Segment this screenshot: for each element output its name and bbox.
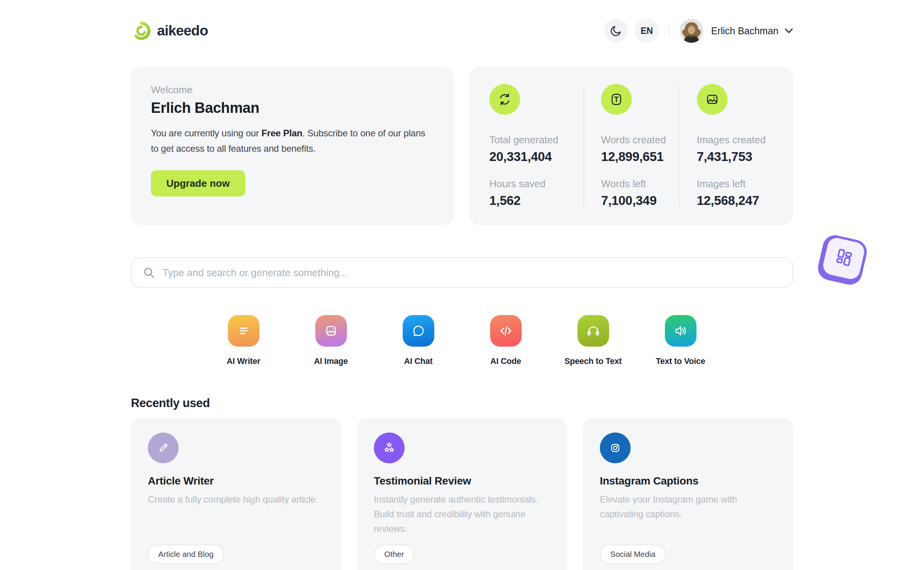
card-category-tag: Other	[374, 545, 414, 564]
search-icon	[142, 266, 156, 279]
tool-label: AI Writer	[227, 357, 260, 366]
main-content: aikeedo EN	[131, 0, 793, 570]
card-instagram-captions[interactable]: Instagram Captions Elevate your Instagra…	[583, 418, 793, 570]
tool-ai-writer[interactable]: AI Writer	[200, 315, 287, 366]
user-name: Erlich Bachman	[711, 25, 778, 37]
card-title: Instagram Captions	[600, 475, 776, 487]
stat-label: Images created	[697, 134, 775, 146]
stat-label: Total generated	[489, 134, 583, 146]
stat-label: Images left	[697, 178, 775, 190]
avatar[interactable]	[680, 19, 703, 43]
tool-ai-chat[interactable]: AI Chat	[375, 315, 462, 366]
card-description: Create a fully complete high quality art…	[148, 492, 324, 507]
grid-sticker-button[interactable]	[815, 233, 869, 287]
tool-ai-image[interactable]: AI Image	[287, 315, 375, 366]
stat-value: 7,431,753	[697, 149, 775, 164]
tool-speech-to-text[interactable]: Speech to Text	[549, 315, 637, 366]
tool-label: Speech to Text	[564, 357, 622, 366]
stat-label: Words created	[601, 134, 679, 146]
tool-label: Text to Voice	[656, 357, 705, 366]
logo-swirl-icon	[131, 20, 152, 41]
card-description: Instantly generate authentic testimonial…	[374, 492, 550, 536]
chat-icon	[403, 315, 434, 347]
logo[interactable]: aikeedo	[131, 20, 208, 41]
tool-label: AI Image	[314, 357, 348, 366]
speaker-icon	[665, 315, 696, 347]
stat-column-generated: Total generated 20,331,404 Hours saved 1…	[488, 84, 583, 208]
header-actions: EN Erlich Bachman	[604, 19, 793, 43]
stat-value: 7,100,349	[601, 193, 679, 208]
top-cards: Welcome Erlich Bachman You are currently…	[131, 67, 793, 225]
search-input[interactable]	[162, 267, 782, 279]
tool-label: AI Chat	[404, 357, 433, 366]
tool-ai-code[interactable]: AI Code	[462, 315, 549, 366]
moon-icon	[609, 24, 623, 37]
card-title: Article Writer	[148, 475, 324, 487]
stat-column-words: Words created 12,899,651 Words left 7,10…	[583, 84, 679, 208]
stat-label: Words left	[601, 178, 679, 190]
stat-column-images: Images created 7,431,753 Images left 12,…	[679, 84, 775, 208]
header: aikeedo EN	[131, 18, 793, 43]
welcome-card: Welcome Erlich Bachman You are currently…	[131, 67, 454, 225]
image-icon	[697, 84, 728, 115]
search-section	[131, 257, 793, 288]
stars-icon	[374, 433, 405, 463]
card-description: Elevate your Instagram game with captiva…	[600, 492, 776, 521]
tool-shortcuts: AI Writer AI Image AI Chat	[131, 315, 793, 366]
pencil-icon	[148, 433, 179, 463]
welcome-user-name: Erlich Bachman	[151, 100, 434, 116]
image-icon	[315, 315, 347, 347]
welcome-eyebrow: Welcome	[151, 84, 434, 96]
text-icon	[601, 84, 632, 115]
writer-icon	[228, 315, 259, 347]
plan-name: Free Plan	[261, 128, 302, 138]
stat-value: 20,331,404	[489, 149, 583, 164]
tool-text-to-voice[interactable]: Text to Voice	[637, 315, 724, 366]
stat-value: 1,562	[489, 193, 583, 208]
card-category-tag: Article and Blog	[148, 545, 224, 564]
usage-stats-card: Total generated 20,331,404 Hours saved 1…	[469, 67, 793, 225]
language-button[interactable]: EN	[635, 19, 659, 43]
stat-value: 12,899,651	[601, 149, 679, 164]
dark-mode-toggle[interactable]	[604, 19, 628, 43]
chevron-down-icon[interactable]	[785, 28, 793, 34]
header-divider	[669, 25, 670, 37]
stat-value: 12,568,247	[697, 193, 775, 208]
logo-text: aikeedo	[157, 23, 208, 39]
card-title: Testimonial Review	[374, 475, 550, 487]
headphones-icon	[578, 315, 609, 347]
instagram-icon	[600, 433, 631, 463]
sticker-border	[815, 233, 869, 287]
card-testimonial-review[interactable]: Testimonial Review Instantly generate au…	[357, 418, 567, 570]
recently-used-cards: Article Writer Create a fully complete h…	[131, 418, 793, 570]
card-article-writer[interactable]: Article Writer Create a fully complete h…	[131, 418, 341, 570]
card-category-tag: Social Media	[600, 545, 666, 564]
sync-icon	[489, 84, 520, 115]
tool-label: AI Code	[490, 357, 521, 366]
upgrade-button[interactable]: Upgrade now	[151, 170, 245, 196]
recently-used-heading: Recently used	[131, 396, 793, 410]
code-icon	[490, 315, 522, 347]
plan-description: You are currently using our Free Plan. S…	[151, 126, 434, 156]
stat-label: Hours saved	[489, 178, 583, 190]
grid-icon	[821, 236, 866, 281]
search-bar[interactable]	[131, 257, 793, 288]
